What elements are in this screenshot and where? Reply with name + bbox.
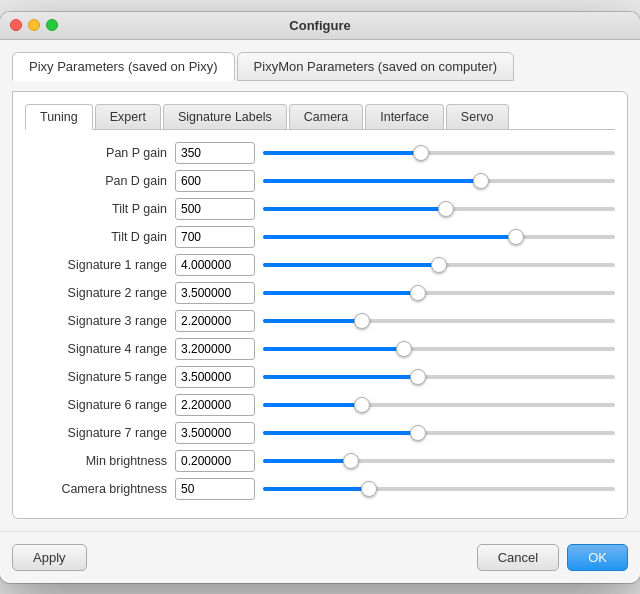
param-input[interactable]: [175, 338, 255, 360]
slider-track[interactable]: [263, 291, 615, 295]
maximize-button[interactable]: [46, 19, 58, 31]
cancel-button[interactable]: Cancel: [477, 544, 559, 571]
slider-thumb[interactable]: [431, 257, 447, 273]
slider-track[interactable]: [263, 487, 615, 491]
content-area: Pixy Parameters (saved on Pixy) PixyMon …: [0, 40, 640, 531]
traffic-lights: [10, 19, 58, 31]
param-input[interactable]: [175, 394, 255, 416]
slider-track[interactable]: [263, 207, 615, 211]
params-table: Pan P gainPan D gainTilt P gainTilt D ga…: [25, 142, 615, 500]
sub-tab-interface[interactable]: Interface: [365, 104, 444, 129]
slider-thumb[interactable]: [361, 481, 377, 497]
configure-window: Configure Pixy Parameters (saved on Pixy…: [0, 12, 640, 583]
footer: Apply Cancel OK: [0, 531, 640, 583]
sub-tab-expert[interactable]: Expert: [95, 104, 161, 129]
tab-pixymon-params[interactable]: PixyMon Parameters (saved on computer): [237, 52, 514, 81]
slider-fill: [263, 263, 439, 267]
slider-thumb[interactable]: [438, 201, 454, 217]
param-input[interactable]: [175, 478, 255, 500]
sub-tab-tuning[interactable]: Tuning: [25, 104, 93, 130]
sub-tab-servo[interactable]: Servo: [446, 104, 509, 129]
slider-fill: [263, 403, 362, 407]
sub-tab-signature-labels[interactable]: Signature Labels: [163, 104, 287, 129]
slider-fill: [263, 179, 481, 183]
slider-container: [263, 431, 615, 435]
slider-track[interactable]: [263, 263, 615, 267]
param-input[interactable]: [175, 170, 255, 192]
slider-thumb[interactable]: [410, 285, 426, 301]
slider-track[interactable]: [263, 403, 615, 407]
slider-thumb[interactable]: [354, 313, 370, 329]
param-row: Signature 7 range: [25, 422, 615, 444]
param-input[interactable]: [175, 254, 255, 276]
param-row: Signature 3 range: [25, 310, 615, 332]
param-label: Min brightness: [25, 454, 175, 468]
param-input[interactable]: [175, 282, 255, 304]
param-input[interactable]: [175, 198, 255, 220]
param-label: Camera brightness: [25, 482, 175, 496]
param-label: Tilt D gain: [25, 230, 175, 244]
tab-pixy-params[interactable]: Pixy Parameters (saved on Pixy): [12, 52, 235, 81]
slider-fill: [263, 431, 418, 435]
sub-tab-bar: Tuning Expert Signature Labels Camera In…: [25, 104, 615, 130]
slider-track[interactable]: [263, 319, 615, 323]
slider-container: [263, 263, 615, 267]
slider-thumb[interactable]: [473, 173, 489, 189]
param-label: Tilt P gain: [25, 202, 175, 216]
param-label: Signature 3 range: [25, 314, 175, 328]
slider-track[interactable]: [263, 375, 615, 379]
slider-fill: [263, 319, 362, 323]
slider-track[interactable]: [263, 151, 615, 155]
slider-container: [263, 459, 615, 463]
slider-thumb[interactable]: [413, 145, 429, 161]
slider-thumb[interactable]: [343, 453, 359, 469]
slider-fill: [263, 151, 421, 155]
minimize-button[interactable]: [28, 19, 40, 31]
param-label: Signature 4 range: [25, 342, 175, 356]
slider-container: [263, 179, 615, 183]
slider-track[interactable]: [263, 179, 615, 183]
param-row: Signature 5 range: [25, 366, 615, 388]
param-label: Signature 5 range: [25, 370, 175, 384]
param-input[interactable]: [175, 142, 255, 164]
param-row: Camera brightness: [25, 478, 615, 500]
param-input[interactable]: [175, 422, 255, 444]
sub-tab-camera[interactable]: Camera: [289, 104, 363, 129]
param-row: Signature 6 range: [25, 394, 615, 416]
slider-track[interactable]: [263, 235, 615, 239]
slider-track[interactable]: [263, 431, 615, 435]
ok-button[interactable]: OK: [567, 544, 628, 571]
slider-fill: [263, 375, 418, 379]
param-input[interactable]: [175, 226, 255, 248]
footer-right-buttons: Cancel OK: [477, 544, 628, 571]
apply-button[interactable]: Apply: [12, 544, 87, 571]
close-button[interactable]: [10, 19, 22, 31]
param-label: Pan P gain: [25, 146, 175, 160]
slider-thumb[interactable]: [508, 229, 524, 245]
slider-fill: [263, 487, 369, 491]
param-row: Pan D gain: [25, 170, 615, 192]
slider-container: [263, 487, 615, 491]
slider-container: [263, 291, 615, 295]
slider-thumb[interactable]: [354, 397, 370, 413]
slider-thumb[interactable]: [396, 341, 412, 357]
slider-container: [263, 151, 615, 155]
slider-container: [263, 235, 615, 239]
param-label: Signature 2 range: [25, 286, 175, 300]
param-row: Signature 4 range: [25, 338, 615, 360]
param-row: Min brightness: [25, 450, 615, 472]
slider-thumb[interactable]: [410, 369, 426, 385]
param-input[interactable]: [175, 310, 255, 332]
slider-container: [263, 403, 615, 407]
slider-container: [263, 207, 615, 211]
param-row: Tilt D gain: [25, 226, 615, 248]
param-row: Tilt P gain: [25, 198, 615, 220]
param-input[interactable]: [175, 450, 255, 472]
slider-track[interactable]: [263, 347, 615, 351]
slider-fill: [263, 459, 351, 463]
param-row: Pan P gain: [25, 142, 615, 164]
slider-thumb[interactable]: [410, 425, 426, 441]
slider-track[interactable]: [263, 459, 615, 463]
param-row: Signature 1 range: [25, 254, 615, 276]
param-input[interactable]: [175, 366, 255, 388]
